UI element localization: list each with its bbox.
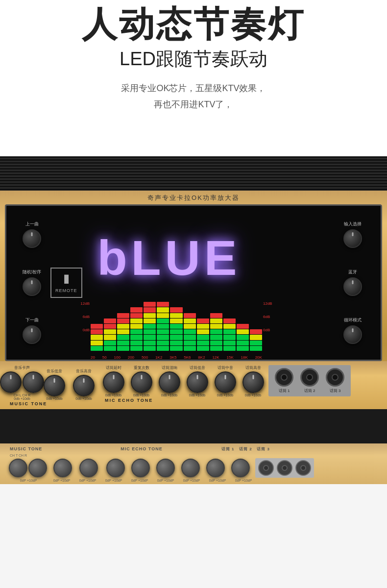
db-markers-right: 12dB 6dB 0dB <box>263 301 278 333</box>
top-section: 人动态节奏灯 LED跟随节奏跃动 采用专业OK芯片，五星级KTV效果， 再也不用… <box>0 0 387 127</box>
desc: 采用专业OK芯片，五星级KTV效果， 再也不用进KTV了， <box>10 80 377 112</box>
knob-mic-low-ctrl[interactable] <box>187 371 208 393</box>
jack-label-1: 话筒 1 <box>279 388 290 393</box>
label-mic-high: 话筒高音 <box>245 365 261 370</box>
db-6-left: 6dB <box>75 314 90 320</box>
eq-bar7-s8 <box>170 346 182 351</box>
next-knob[interactable] <box>23 325 41 344</box>
jack-circle-2[interactable] <box>300 368 319 387</box>
jack-label-3: 话筒 3 <box>330 388 341 393</box>
eq-bar13-s4 <box>250 346 262 351</box>
knob-delay-ctrl[interactable] <box>103 371 124 393</box>
knob-treble[interactable] <box>73 375 95 396</box>
knob-mic-high-ctrl[interactable] <box>242 371 264 393</box>
eq-bar4-s2 <box>130 313 143 318</box>
vent-lines <box>0 156 387 191</box>
second-mic-jack-labels: 话筒 1 话筒 2 话筒 3 <box>221 446 270 452</box>
second-knob-repeat[interactable] <box>131 459 150 477</box>
eq-bar-1 <box>91 301 103 351</box>
range2-micmid: 0dP +10dP <box>205 479 230 482</box>
eq-bar2-s3 <box>104 329 116 334</box>
bluetooth-knob[interactable] <box>343 277 362 296</box>
second-dual-knobs <box>9 459 47 477</box>
blue-display: bLUE <box>95 216 243 301</box>
mic-jack-1: 话筒 1 <box>271 368 297 393</box>
knob-mic-mid-ctrl[interactable] <box>215 371 236 393</box>
knob-reverb-ctrl[interactable] <box>159 371 180 393</box>
second-knob-mic-mid[interactable] <box>206 459 225 477</box>
input-select-group: 输入选择 <box>343 221 362 248</box>
eq-bar-10 <box>210 301 222 351</box>
eq-bar-12 <box>237 301 249 351</box>
eq-bar5-s2 <box>144 307 156 312</box>
second-jack-1[interactable] <box>258 460 274 476</box>
eq-bar7-s2 <box>170 313 182 318</box>
second-knob-ch-r[interactable] <box>28 459 47 477</box>
eq-bar10-s4 <box>210 329 222 334</box>
music-knob-row: 音乐卡声 CH L CH R 0db +10db 音乐低音 0db +10db <box>5 365 98 400</box>
second-knob-delay[interactable] <box>106 459 125 477</box>
eq-bar13-s1 <box>250 329 262 334</box>
eq-seg-red-1 <box>91 324 103 329</box>
second-jack-3[interactable] <box>295 460 311 476</box>
range2-treble: 0dP +10dP <box>75 479 100 482</box>
freq-labels: 20 50 100 200 500 1K2 3K5 5K6 8K2 12K 15… <box>91 355 262 360</box>
knob-ch-r[interactable] <box>23 371 44 393</box>
knob-repeat-ctrl[interactable] <box>131 371 152 393</box>
second-mic-echo-label: MIC ECHO TONE <box>121 446 162 452</box>
eq-bar3-s2 <box>117 318 129 323</box>
knob-ch-l[interactable] <box>0 371 22 393</box>
ch-label: CH L CH R <box>14 393 31 397</box>
second-knob-bass[interactable] <box>53 459 72 477</box>
db-12-right: 12dB <box>263 301 278 307</box>
eq-bar-4 <box>130 301 143 351</box>
eq-bar6-s5 <box>157 324 169 329</box>
eq-bar9-s5 <box>197 341 209 345</box>
subtitle: LED跟随节奏跃动 <box>10 47 377 72</box>
range2-card: 0dP +10dP <box>9 479 48 482</box>
eq-bar5-s8 <box>144 341 156 345</box>
knob-mic-mid: 话筒中音 0db +10db <box>212 365 239 397</box>
prev-knob[interactable] <box>23 229 41 248</box>
blue-text: bLUE <box>97 230 241 286</box>
eq-bar7-s1 <box>170 307 182 312</box>
eq-bar6-s6 <box>157 329 169 334</box>
eq-bar7-s3 <box>170 318 182 323</box>
db-6-right: 6dB <box>263 314 278 320</box>
knob-mic-low: 话筒低音 0db +10db <box>184 365 211 397</box>
eq-bar9-s3 <box>197 329 209 334</box>
label-mic-mid: 话筒中音 <box>218 365 233 370</box>
second-knob-treble[interactable] <box>79 459 98 477</box>
eq-bar11-s4 <box>223 335 236 340</box>
loop-knob[interactable] <box>343 325 362 344</box>
knob-bass[interactable] <box>44 375 65 396</box>
range2-miclow: 0dP +10dP <box>179 479 204 482</box>
eq-bar10-s7 <box>210 346 222 351</box>
input-select-knob[interactable] <box>343 229 362 248</box>
eq-bar12-s5 <box>237 346 249 351</box>
eq-bar13-s2 <box>250 335 262 340</box>
second-jack-inner-3 <box>300 465 306 471</box>
second-jack-2[interactable] <box>277 460 292 476</box>
knob-delay: 话筒延时 0db +10db <box>100 365 127 397</box>
range-mic-mid: 0db +10db <box>217 393 233 397</box>
db-markers-left: 12dB 6dB 0dB <box>75 301 90 333</box>
eq-seg-yellow-1 <box>91 335 103 340</box>
second-knob-mic-high[interactable] <box>231 459 250 477</box>
knob-music-card: 音乐卡声 CH L CH R 0db +10db <box>5 365 39 400</box>
jack-circle-3[interactable] <box>326 368 344 387</box>
second-knob-reverb[interactable] <box>156 459 175 477</box>
second-knob-mic-low[interactable] <box>181 459 200 477</box>
eq-bar12-s3 <box>237 335 249 340</box>
range-music-card: 0db +10db <box>14 397 30 400</box>
jack-inner-3 <box>332 374 339 381</box>
label-mic-low: 话筒低音 <box>190 365 205 370</box>
second-knob-ch-l[interactable] <box>9 459 27 477</box>
jack-inner-2 <box>306 374 313 381</box>
jack-circle-1[interactable] <box>275 368 293 387</box>
random-knob[interactable] <box>23 277 41 296</box>
prev-track-group: 上一曲 <box>23 221 41 248</box>
freq-20: 20 <box>91 355 95 360</box>
eq-bar3-s5 <box>117 335 129 340</box>
second-faceplate: MUSIC TONE MIC ECHO TONE 话筒 1 话筒 2 话筒 3 … <box>0 443 387 484</box>
